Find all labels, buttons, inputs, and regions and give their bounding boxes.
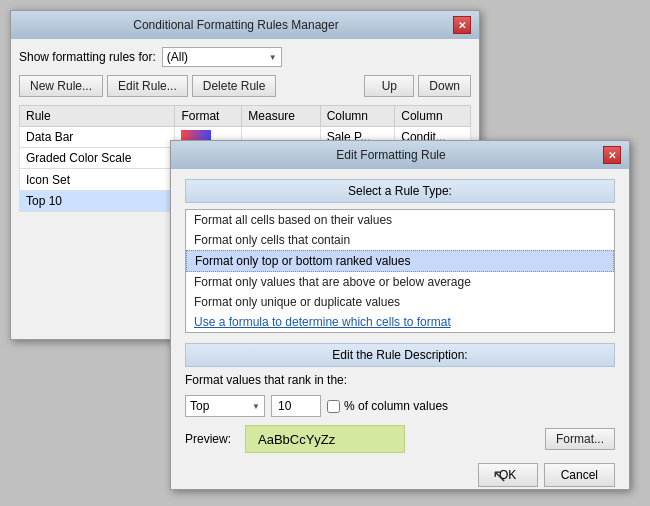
show-rules-row: Show formatting rules for: (All) ▼ [19, 47, 471, 67]
edit-close-button[interactable]: ✕ [603, 146, 621, 164]
edit-title-bar: Edit Formatting Rule ✕ [171, 141, 629, 169]
rank-number-input[interactable] [271, 395, 321, 417]
rule-type-item-6[interactable]: Use a formula to determine which cells t… [186, 312, 614, 332]
rank-dropdown[interactable]: Top ▼ [185, 395, 265, 417]
col-column2: Column [395, 106, 471, 127]
ok-button[interactable]: OK [478, 463, 538, 487]
rule-name: Icon Set [20, 169, 175, 191]
show-rules-dropdown[interactable]: (All) ▼ [162, 47, 282, 67]
delete-rule-button[interactable]: Delete Rule [192, 75, 277, 97]
rule-description-section: Edit the Rule Description: Format values… [185, 343, 615, 487]
rank-dropdown-arrow-icon: ▼ [252, 402, 260, 411]
preview-text: AaBbCcYyZz [258, 432, 335, 447]
select-rule-type-header: Select a Rule Type: [185, 179, 615, 203]
format-values-label: Format values that rank in the: [185, 373, 615, 387]
edit-window-title: Edit Formatting Rule [179, 148, 603, 162]
percent-label: % of column values [344, 399, 448, 413]
main-close-button[interactable]: ✕ [453, 16, 471, 34]
edit-rule-button[interactable]: Edit Rule... [107, 75, 188, 97]
rule-type-item-2[interactable]: Format only cells that contain [186, 230, 614, 250]
dialog-buttons: OK Cancel [185, 463, 615, 487]
main-title-bar: Conditional Formatting Rules Manager ✕ [11, 11, 479, 39]
preview-box: AaBbCcYyZz [245, 425, 405, 453]
down-button[interactable]: Down [418, 75, 471, 97]
preview-label: Preview: [185, 432, 235, 446]
rule-name: Data Bar [20, 127, 175, 148]
rule-name: Graded Color Scale [20, 148, 175, 169]
format-values-row: Top ▼ % of column values [185, 395, 615, 417]
toolbar: New Rule... Edit Rule... Delete Rule Up … [19, 75, 471, 97]
rule-type-item-1[interactable]: Format all cells based on their values [186, 210, 614, 230]
show-rules-label: Show formatting rules for: [19, 50, 156, 64]
format-button[interactable]: Format... [545, 428, 615, 450]
show-rules-value: (All) [167, 50, 188, 64]
show-rules-arrow-icon: ▼ [269, 53, 277, 62]
edit-window: Edit Formatting Rule ✕ Select a Rule Typ… [170, 140, 630, 490]
col-measure: Measure [242, 106, 320, 127]
rule-type-list: Format all cells based on their values F… [185, 209, 615, 333]
edit-content: Select a Rule Type: Format all cells bas… [171, 169, 629, 497]
preview-row: Preview: AaBbCcYyZz Format... [185, 425, 615, 453]
new-rule-button[interactable]: New Rule... [19, 75, 103, 97]
cancel-button[interactable]: Cancel [544, 463, 615, 487]
rank-dropdown-value: Top [190, 399, 209, 413]
col-rule: Rule [20, 106, 175, 127]
rule-type-item-3[interactable]: Format only top or bottom ranked values [186, 250, 614, 272]
percent-checkbox[interactable] [327, 400, 340, 413]
col-format: Format [175, 106, 242, 127]
percent-checkbox-label: % of column values [327, 399, 448, 413]
col-column1: Column [320, 106, 395, 127]
rule-name: Top 10 [20, 191, 175, 212]
main-window-title: Conditional Formatting Rules Manager [19, 18, 453, 32]
rule-type-item-4[interactable]: Format only values that are above or bel… [186, 272, 614, 292]
up-button[interactable]: Up [364, 75, 414, 97]
rule-type-item-5[interactable]: Format only unique or duplicate values [186, 292, 614, 312]
edit-description-header: Edit the Rule Description: [185, 343, 615, 367]
